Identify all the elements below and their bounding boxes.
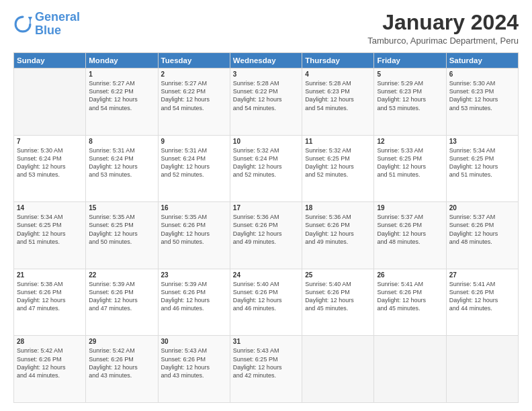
day-number: 14 [17,204,83,212]
calendar-cell: 19Sunrise: 5:37 AM Sunset: 6:26 PM Dayli… [374,202,446,269]
calendar-cell [446,336,518,403]
location: Tamburco, Apurimac Department, Peru [367,36,519,46]
cell-content: Sunrise: 5:37 AM Sunset: 6:26 PM Dayligh… [377,213,443,246]
cell-content: Sunrise: 5:43 AM Sunset: 6:26 PM Dayligh… [161,347,227,379]
calendar-cell: 23Sunrise: 5:39 AM Sunset: 6:26 PM Dayli… [158,269,230,336]
cell-content: Sunrise: 5:37 AM Sunset: 6:26 PM Dayligh… [449,213,515,246]
header-cell-thursday: Thursday [302,53,374,68]
day-number: 13 [449,138,515,145]
logo-icon [13,15,32,34]
cell-content: Sunrise: 5:42 AM Sunset: 6:26 PM Dayligh… [17,347,83,379]
day-number: 1 [89,71,154,78]
day-number: 25 [305,271,371,279]
cell-content: Sunrise: 5:35 AM Sunset: 6:25 PM Dayligh… [89,213,154,246]
calendar-cell: 17Sunrise: 5:36 AM Sunset: 6:26 PM Dayli… [230,202,302,269]
cell-content: Sunrise: 5:40 AM Sunset: 6:26 PM Dayligh… [233,280,299,313]
cell-content: Sunrise: 5:31 AM Sunset: 6:24 PM Dayligh… [89,146,154,179]
cell-content: Sunrise: 5:40 AM Sunset: 6:26 PM Dayligh… [305,280,371,313]
cell-content: Sunrise: 5:31 AM Sunset: 6:24 PM Dayligh… [161,146,227,179]
cell-content: Sunrise: 5:38 AM Sunset: 6:26 PM Dayligh… [17,280,83,313]
cell-content: Sunrise: 5:30 AM Sunset: 6:24 PM Dayligh… [17,146,83,179]
logo-line1: General [35,10,80,24]
calendar-cell: 16Sunrise: 5:35 AM Sunset: 6:26 PM Dayli… [158,202,230,269]
day-number: 3 [233,71,299,78]
page: General Blue January 2024 Tamburco, Apur… [0,0,532,411]
calendar-cell [374,336,446,403]
logo-line2: Blue [35,24,61,37]
calendar-cell: 28Sunrise: 5:42 AM Sunset: 6:26 PM Dayli… [14,336,86,403]
day-number: 6 [449,71,515,78]
header-row: SundayMondayTuesdayWednesdayThursdayFrid… [14,53,519,68]
calendar-cell: 29Sunrise: 5:42 AM Sunset: 6:26 PM Dayli… [86,336,158,403]
day-number: 22 [89,271,154,279]
header-cell-friday: Friday [374,53,446,68]
cell-content: Sunrise: 5:27 AM Sunset: 6:22 PM Dayligh… [161,79,227,112]
cell-content: Sunrise: 5:32 AM Sunset: 6:25 PM Dayligh… [305,146,371,179]
calendar-cell: 6Sunrise: 5:30 AM Sunset: 6:23 PM Daylig… [446,68,518,136]
calendar-cell: 4Sunrise: 5:28 AM Sunset: 6:23 PM Daylig… [302,68,374,136]
calendar-cell: 13Sunrise: 5:34 AM Sunset: 6:25 PM Dayli… [446,135,518,202]
day-number: 21 [17,271,83,279]
day-number: 11 [305,138,371,145]
day-number: 8 [89,138,154,145]
day-number: 31 [233,338,299,345]
day-number: 26 [377,271,443,279]
calendar-cell: 27Sunrise: 5:41 AM Sunset: 6:26 PM Dayli… [446,269,518,336]
cell-content: Sunrise: 5:36 AM Sunset: 6:26 PM Dayligh… [233,213,299,246]
calendar-cell: 21Sunrise: 5:38 AM Sunset: 6:26 PM Dayli… [14,269,86,336]
header-cell-saturday: Saturday [446,53,518,68]
day-number: 12 [377,138,443,145]
cell-content: Sunrise: 5:39 AM Sunset: 6:26 PM Dayligh… [89,280,154,313]
calendar-cell: 9Sunrise: 5:31 AM Sunset: 6:24 PM Daylig… [158,135,230,202]
month-title: January 2024 [367,11,519,34]
day-number: 29 [89,338,154,345]
calendar-week-3: 21Sunrise: 5:38 AM Sunset: 6:26 PM Dayli… [14,269,519,336]
day-number: 2 [161,71,227,78]
calendar-week-4: 28Sunrise: 5:42 AM Sunset: 6:26 PM Dayli… [14,336,519,403]
calendar-cell: 15Sunrise: 5:35 AM Sunset: 6:25 PM Dayli… [86,202,158,269]
calendar-cell: 2Sunrise: 5:27 AM Sunset: 6:22 PM Daylig… [158,68,230,136]
calendar-cell [14,68,86,136]
header-cell-wednesday: Wednesday [230,53,302,68]
calendar-cell: 24Sunrise: 5:40 AM Sunset: 6:26 PM Dayli… [230,269,302,336]
calendar-week-1: 7Sunrise: 5:30 AM Sunset: 6:24 PM Daylig… [14,135,519,202]
calendar-cell: 26Sunrise: 5:41 AM Sunset: 6:26 PM Dayli… [374,269,446,336]
cell-content: Sunrise: 5:42 AM Sunset: 6:26 PM Dayligh… [89,347,154,379]
cell-content: Sunrise: 5:35 AM Sunset: 6:26 PM Dayligh… [161,213,227,246]
day-number: 23 [161,271,227,279]
header-cell-sunday: Sunday [14,53,86,68]
day-number: 24 [233,271,299,279]
cell-content: Sunrise: 5:27 AM Sunset: 6:22 PM Dayligh… [89,79,154,112]
calendar-cell: 31Sunrise: 5:43 AM Sunset: 6:25 PM Dayli… [230,336,302,403]
cell-content: Sunrise: 5:28 AM Sunset: 6:23 PM Dayligh… [305,79,371,112]
header-cell-tuesday: Tuesday [158,53,230,68]
day-number: 5 [377,71,443,78]
day-number: 10 [233,138,299,145]
day-number: 17 [233,204,299,212]
calendar-cell: 8Sunrise: 5:31 AM Sunset: 6:24 PM Daylig… [86,135,158,202]
day-number: 15 [89,204,154,212]
cell-content: Sunrise: 5:34 AM Sunset: 6:25 PM Dayligh… [17,213,83,246]
calendar-cell: 3Sunrise: 5:28 AM Sunset: 6:22 PM Daylig… [230,68,302,136]
calendar-header: SundayMondayTuesdayWednesdayThursdayFrid… [14,53,519,68]
header-cell-monday: Monday [86,53,158,68]
day-number: 30 [161,338,227,345]
calendar-cell: 1Sunrise: 5:27 AM Sunset: 6:22 PM Daylig… [86,68,158,136]
calendar-cell: 30Sunrise: 5:43 AM Sunset: 6:26 PM Dayli… [158,336,230,403]
calendar-cell: 5Sunrise: 5:29 AM Sunset: 6:23 PM Daylig… [374,68,446,136]
header: General Blue January 2024 Tamburco, Apur… [13,11,519,46]
calendar-week-0: 1Sunrise: 5:27 AM Sunset: 6:22 PM Daylig… [14,68,519,136]
cell-content: Sunrise: 5:39 AM Sunset: 6:26 PM Dayligh… [161,280,227,313]
day-number: 28 [17,338,83,345]
calendar-cell: 14Sunrise: 5:34 AM Sunset: 6:25 PM Dayli… [14,202,86,269]
logo: General Blue [13,11,80,38]
calendar-table: SundayMondayTuesdayWednesdayThursdayFrid… [13,52,519,403]
calendar-cell: 20Sunrise: 5:37 AM Sunset: 6:26 PM Dayli… [446,202,518,269]
cell-content: Sunrise: 5:41 AM Sunset: 6:26 PM Dayligh… [449,280,515,313]
calendar-body: 1Sunrise: 5:27 AM Sunset: 6:22 PM Daylig… [14,68,519,403]
day-number: 4 [305,71,371,78]
cell-content: Sunrise: 5:43 AM Sunset: 6:25 PM Dayligh… [233,347,299,379]
calendar-week-2: 14Sunrise: 5:34 AM Sunset: 6:25 PM Dayli… [14,202,519,269]
day-number: 7 [17,138,83,145]
cell-content: Sunrise: 5:28 AM Sunset: 6:22 PM Dayligh… [233,79,299,112]
